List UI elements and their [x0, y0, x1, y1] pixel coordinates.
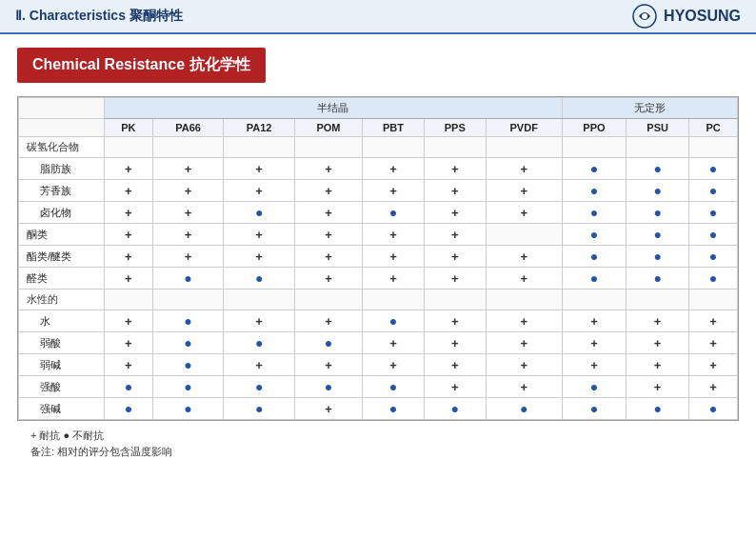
- table-cell: [105, 289, 153, 310]
- table-cell: [294, 137, 362, 158]
- table-cell: ●: [689, 158, 738, 180]
- dot-icon: ●: [590, 183, 598, 198]
- table-cell: ●: [152, 268, 224, 289]
- plus-icon: +: [185, 184, 192, 198]
- col-pa66: PA66: [152, 119, 224, 137]
- table-cell: ●: [562, 158, 626, 180]
- dot-icon: ●: [325, 379, 332, 394]
- table-row: 弱酸+●●●++++++: [19, 332, 738, 354]
- table-cell: ●: [562, 398, 626, 420]
- dot-icon: ●: [653, 227, 661, 242]
- dot-icon: ●: [325, 335, 332, 350]
- table-cell: ●: [294, 376, 362, 398]
- row-label: 醛类: [19, 268, 105, 289]
- table-cell: ●: [424, 398, 486, 420]
- dot-icon: ●: [125, 379, 132, 394]
- chemical-resistance-table-container: 半结晶 无定形 PK PA66 PA12 POM PBT PPS PVDF PP…: [17, 96, 739, 421]
- table-cell: +: [294, 202, 362, 224]
- table-cell: +: [486, 202, 562, 224]
- table-cell: +: [363, 158, 425, 180]
- col-empty: [19, 119, 105, 137]
- dot-icon: ●: [653, 270, 661, 286]
- plus-icon: +: [325, 206, 332, 220]
- table-row: 芳香族+++++++●●●: [19, 180, 738, 202]
- table-row: 醛类+●●++++●●●: [19, 268, 738, 289]
- plus-icon: +: [389, 358, 397, 372]
- dot-icon: ●: [590, 401, 598, 416]
- plus-icon: +: [451, 314, 459, 329]
- plus-icon: +: [709, 336, 717, 350]
- plus-icon: +: [125, 271, 132, 286]
- table-row: 水+●++●+++++: [19, 310, 738, 332]
- col-ppo: PPO: [562, 119, 626, 137]
- plus-icon: +: [325, 184, 332, 198]
- dot-icon: ●: [709, 249, 717, 264]
- plus-icon: +: [185, 250, 192, 264]
- table-cell: [627, 137, 689, 158]
- col-psu: PSU: [627, 119, 689, 137]
- company-logo: HYOSUNG: [631, 3, 741, 30]
- table-cell: +: [294, 158, 362, 180]
- table-cell: ●: [363, 376, 425, 398]
- plus-icon: +: [125, 228, 132, 242]
- plus-icon: +: [590, 358, 598, 372]
- plus-icon: +: [185, 228, 192, 242]
- dot-icon: ●: [184, 335, 191, 350]
- table-cell: +: [486, 268, 562, 289]
- table-cell: [424, 289, 486, 310]
- table-cell: +: [562, 310, 626, 332]
- table-row: 弱碱+●++++++++: [19, 354, 738, 376]
- table-cell: ●: [627, 246, 689, 268]
- plus-icon: +: [325, 314, 332, 329]
- plus-icon: +: [389, 271, 397, 286]
- dot-icon: ●: [184, 379, 191, 394]
- table-cell: +: [424, 376, 486, 398]
- plus-icon: +: [451, 206, 459, 220]
- table-cell: [562, 137, 626, 158]
- plus-icon: +: [709, 358, 717, 372]
- table-cell: +: [294, 310, 362, 332]
- plus-icon: +: [389, 162, 397, 176]
- plus-icon: +: [520, 336, 527, 350]
- table-cell: ●: [562, 376, 626, 398]
- plus-icon: +: [654, 380, 662, 394]
- plus-icon: +: [125, 336, 132, 350]
- table-cell: +: [294, 398, 362, 420]
- page-content: Chemical Resistance 抗化学性 半结晶 无定形 PK PA66…: [0, 34, 756, 478]
- plus-icon: +: [451, 271, 459, 286]
- page-header: Ⅱ. Characteristics 聚酮特性 HYOSUNG: [0, 0, 756, 34]
- plus-icon: +: [590, 336, 598, 350]
- plus-icon: +: [125, 206, 132, 220]
- table-cell: ●: [105, 376, 153, 398]
- plus-icon: +: [325, 162, 332, 176]
- table-cell: ●: [152, 354, 224, 376]
- table-cell: [689, 289, 738, 310]
- table-cell: +: [224, 246, 295, 268]
- dot-icon: ●: [451, 401, 459, 416]
- plus-icon: +: [255, 184, 263, 198]
- table-cell: ●: [627, 224, 689, 246]
- table-cell: +: [224, 224, 295, 246]
- table-cell: +: [152, 224, 224, 246]
- dot-icon: ●: [184, 401, 191, 416]
- row-label: 酮类: [19, 224, 105, 246]
- dot-icon: ●: [653, 249, 661, 264]
- table-cell: +: [294, 224, 362, 246]
- table-cell: ●: [689, 224, 738, 246]
- table-cell: +: [105, 354, 153, 376]
- plus-icon: +: [125, 184, 132, 198]
- table-cell: [152, 289, 224, 310]
- table-cell: +: [363, 224, 425, 246]
- plus-icon: +: [325, 271, 332, 286]
- table-cell: +: [562, 332, 626, 354]
- table-cell: ●: [627, 180, 689, 202]
- table-cell: ●: [363, 310, 425, 332]
- table-cell: ●: [105, 398, 153, 420]
- dot-icon: ●: [590, 249, 598, 264]
- table-cell: ●: [224, 398, 295, 420]
- table-cell: +: [152, 246, 224, 268]
- table-cell: [689, 137, 738, 158]
- row-label: 强碱: [19, 398, 105, 420]
- table-row: 碳氢化合物: [19, 137, 738, 158]
- table-cell: ●: [486, 398, 562, 420]
